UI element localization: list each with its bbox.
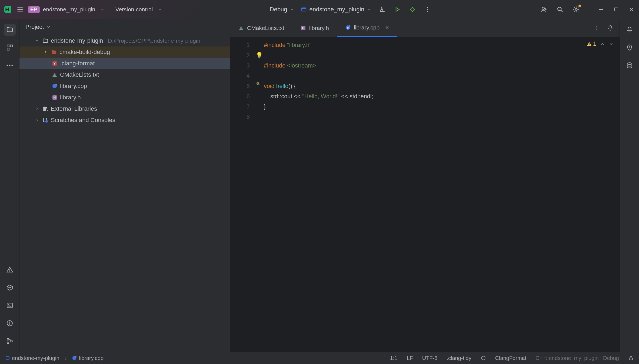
tree-path: D:\Projects\CPP\endstone-my-plugin [108,38,200,44]
tree-library-h[interactable]: H library.h [19,92,230,103]
close-icon[interactable] [385,25,389,30]
build-icon[interactable] [378,5,387,14]
problems-tool-button[interactable] [4,264,16,276]
search-icon[interactable] [556,5,564,14]
line-number[interactable]: 2 [230,50,250,60]
yaml-file-icon: Y [51,60,58,67]
run-target[interactable]: endstone_my_plugin [301,6,371,13]
intention-bulb-icon[interactable]: 💡 [256,50,264,60]
warning-badge[interactable]: 1 [587,41,596,47]
project-tree: endstone-my-plugin D:\Projects\CPP\endst… [19,35,230,352]
line-number[interactable]: 4 [230,71,250,81]
main-menu-icon[interactable] [16,5,25,14]
status-context[interactable]: C++: endstone_my_plugin | Debug [535,355,619,361]
run-gutter-icon[interactable] [256,81,264,86]
svg-rect-41 [6,356,9,360]
minimize-button[interactable] [597,5,605,14]
inspection-widget[interactable]: 1 [587,41,614,47]
line-number[interactable]: 1 [230,40,250,50]
vcs-menu[interactable]: Version control [115,6,153,13]
tab-label: CMakeLists.txt [247,25,284,31]
breadcrumb-label: library.cpp [79,355,104,361]
project-name[interactable]: endstone_my_plugin [43,6,95,13]
tree-external-libraries[interactable]: External Libraries [19,103,230,114]
svg-point-30 [45,120,48,123]
tree-library-cpp[interactable]: C library.cpp [19,80,230,92]
breadcrumb-project[interactable]: endstone-my-plugin [5,355,59,361]
tab-library-cpp[interactable]: C library.cpp [337,19,397,37]
breadcrumb-file[interactable]: library.cpp [72,355,104,361]
structure-tool-button[interactable] [4,42,16,53]
chevron-right-icon[interactable] [34,106,40,112]
chevron-right-icon[interactable] [34,117,40,123]
chevron-down-icon[interactable] [34,38,40,44]
line-number[interactable]: 5 [230,81,250,91]
settings-icon[interactable] [572,5,581,14]
svg-point-35 [349,25,350,27]
line-number[interactable]: 3 [230,60,250,71]
line-number[interactable]: 8 [230,112,250,122]
chevron-down-icon[interactable] [609,42,614,46]
vcs-tool-button[interactable] [4,335,16,347]
svg-point-43 [75,356,76,358]
line-number[interactable]: 6 [230,91,250,102]
code-token: "Hello, World!" [302,93,340,100]
tree-build-dir[interactable]: cmake-build-debug [19,46,230,58]
scratches-icon [42,117,49,123]
database-tool-button[interactable] [624,59,635,71]
tree-root[interactable]: endstone-my-plugin D:\Projects\CPP\endst… [19,35,230,46]
run-configuration[interactable]: Debug [270,6,294,13]
gutter[interactable]: 1 2 3 4 5 6 7 8 [230,37,256,352]
tree-scratches[interactable]: Scratches and Consoles [19,114,230,126]
maximize-button[interactable] [612,5,621,14]
status-line-sep[interactable]: LF [407,355,413,361]
debug-icon[interactable] [408,5,417,14]
breadcrumb-label: endstone-my-plugin [12,355,59,361]
status-caret[interactable]: 1:1 [390,355,398,361]
folder-icon [51,49,57,55]
titlebar: EP endstone_my_plugin Version control De… [0,0,639,19]
chevron-up-icon[interactable] [600,42,605,46]
folder-icon [42,38,49,44]
line-number[interactable]: 7 [230,102,250,112]
cmake-file-icon [238,25,244,31]
annotation-gutter: 💡 [256,37,264,352]
status-formatter[interactable]: ClangFormat [495,355,527,361]
chevron-down-icon[interactable] [100,7,105,12]
svg-point-20 [7,342,9,344]
svg-point-16 [11,65,13,66]
svg-point-26 [55,84,57,86]
notifications-icon[interactable] [606,24,615,32]
tab-cmakelists[interactable]: CMakeLists.txt [230,19,292,37]
status-encoding[interactable]: UTF-8 [422,355,438,361]
messages-tool-button[interactable] [4,317,16,329]
svg-point-39 [629,46,630,48]
more-tool-button[interactable] [4,59,16,71]
cmake-file-icon [51,72,58,78]
reload-icon[interactable] [481,355,486,361]
terminal-tool-button[interactable] [4,299,16,311]
sidebar-header[interactable]: Project [19,19,230,35]
chevron-right-icon[interactable] [43,49,49,55]
more-icon[interactable] [593,24,601,32]
project-sidebar: Project endstone-my-plugin D:\Projects\C… [19,19,230,352]
notifications-tool-button[interactable] [624,24,635,36]
chevron-down-icon[interactable] [158,7,162,12]
collaborate-icon[interactable] [540,5,548,14]
tree-label: External Libraries [51,105,97,112]
close-button[interactable] [627,5,636,14]
more-icon[interactable] [423,5,432,14]
tab-library-h[interactable]: H library.h [292,19,337,37]
code-editor[interactable]: 1 1 2 3 4 5 6 7 8 💡 [230,37,620,352]
library-icon [42,106,49,112]
ai-tool-button[interactable] [624,42,635,53]
code-content[interactable]: #include "library.h" #include <iostream>… [264,37,620,352]
run-icon[interactable] [393,5,402,14]
status-tidy[interactable]: .clang-tidy [447,355,471,361]
lock-icon[interactable] [628,355,634,361]
tree-cmakelists[interactable]: CMakeLists.txt [19,69,230,80]
services-tool-button[interactable] [4,282,16,294]
svg-text:Y: Y [54,62,56,65]
project-tool-button[interactable] [4,24,16,36]
tree-clang-format[interactable]: Y .clang-format [19,58,230,69]
